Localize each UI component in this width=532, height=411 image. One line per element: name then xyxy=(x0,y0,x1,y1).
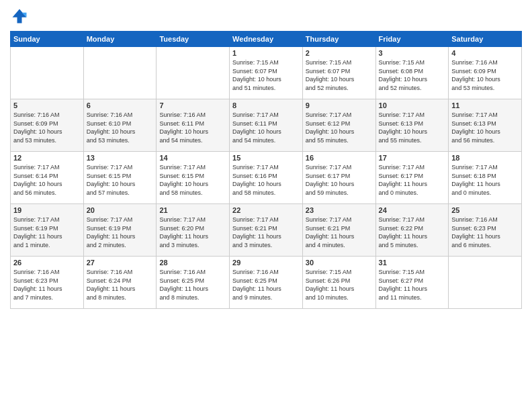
day-number: 18 xyxy=(451,154,519,162)
calendar-cell: 4Sunrise: 7:16 AM Sunset: 6:09 PM Daylig… xyxy=(449,47,522,99)
calendar-table: SundayMondayTuesdayWednesdayThursdayFrid… xyxy=(10,31,522,309)
calendar-cell: 5Sunrise: 7:16 AM Sunset: 6:09 PM Daylig… xyxy=(11,99,84,152)
calendar-cell: 31Sunrise: 7:15 AM Sunset: 6:27 PM Dayli… xyxy=(375,257,449,309)
weekday-header-friday: Friday xyxy=(375,32,449,47)
calendar-cell: 12Sunrise: 7:17 AM Sunset: 6:14 PM Dayli… xyxy=(11,152,84,204)
day-info: Sunrise: 7:17 AM Sunset: 6:17 PM Dayligh… xyxy=(306,163,373,197)
logo xyxy=(10,7,32,26)
day-info: Sunrise: 7:17 AM Sunset: 6:15 PM Dayligh… xyxy=(87,163,154,197)
day-info: Sunrise: 7:17 AM Sunset: 6:11 PM Dayligh… xyxy=(232,111,300,144)
day-number: 27 xyxy=(87,259,154,267)
day-number: 20 xyxy=(87,206,154,214)
day-number: 8 xyxy=(232,101,300,109)
calendar-cell xyxy=(11,47,84,99)
day-info: Sunrise: 7:17 AM Sunset: 6:19 PM Dayligh… xyxy=(87,216,154,249)
day-number: 13 xyxy=(87,154,154,162)
day-number: 11 xyxy=(451,101,519,109)
day-info: Sunrise: 7:17 AM Sunset: 6:14 PM Dayligh… xyxy=(13,163,81,197)
weekday-header-thursday: Thursday xyxy=(302,32,375,47)
calendar-cell: 29Sunrise: 7:16 AM Sunset: 6:25 PM Dayli… xyxy=(230,257,303,309)
day-info: Sunrise: 7:16 AM Sunset: 6:25 PM Dayligh… xyxy=(232,268,300,302)
day-number: 17 xyxy=(379,154,446,162)
day-number: 29 xyxy=(232,259,300,267)
day-number: 28 xyxy=(159,259,226,267)
day-number: 22 xyxy=(232,206,300,214)
day-number: 14 xyxy=(159,154,226,162)
day-info: Sunrise: 7:17 AM Sunset: 6:12 PM Dayligh… xyxy=(306,111,373,144)
day-info: Sunrise: 7:16 AM Sunset: 6:23 PM Dayligh… xyxy=(13,268,81,302)
day-info: Sunrise: 7:17 AM Sunset: 6:22 PM Dayligh… xyxy=(379,216,446,249)
calendar-cell: 17Sunrise: 7:17 AM Sunset: 6:17 PM Dayli… xyxy=(375,152,449,204)
day-number: 26 xyxy=(13,259,81,267)
calendar-cell xyxy=(449,257,522,309)
weekday-header-tuesday: Tuesday xyxy=(157,32,230,47)
day-info: Sunrise: 7:17 AM Sunset: 6:17 PM Dayligh… xyxy=(379,163,446,197)
day-info: Sunrise: 7:15 AM Sunset: 6:27 PM Dayligh… xyxy=(379,268,446,302)
weekday-header-saturday: Saturday xyxy=(449,32,522,47)
calendar-cell: 20Sunrise: 7:17 AM Sunset: 6:19 PM Dayli… xyxy=(83,204,157,257)
day-info: Sunrise: 7:17 AM Sunset: 6:19 PM Dayligh… xyxy=(13,216,81,249)
calendar-cell: 1Sunrise: 7:15 AM Sunset: 6:07 PM Daylig… xyxy=(230,47,303,99)
header xyxy=(10,7,522,26)
weekday-header-sunday: Sunday xyxy=(11,32,84,47)
day-number: 19 xyxy=(13,206,81,214)
day-number: 12 xyxy=(13,154,81,162)
day-info: Sunrise: 7:17 AM Sunset: 6:15 PM Dayligh… xyxy=(159,163,226,197)
day-info: Sunrise: 7:16 AM Sunset: 6:25 PM Dayligh… xyxy=(159,268,226,302)
logo-icon xyxy=(10,7,29,26)
day-info: Sunrise: 7:16 AM Sunset: 6:23 PM Dayligh… xyxy=(451,216,519,249)
day-number: 9 xyxy=(306,101,373,109)
calendar-cell: 6Sunrise: 7:16 AM Sunset: 6:10 PM Daylig… xyxy=(83,99,157,152)
day-number: 16 xyxy=(306,154,373,162)
day-info: Sunrise: 7:15 AM Sunset: 6:26 PM Dayligh… xyxy=(306,268,373,302)
week-row-4: 19Sunrise: 7:17 AM Sunset: 6:19 PM Dayli… xyxy=(11,204,522,257)
calendar-cell: 3Sunrise: 7:15 AM Sunset: 6:08 PM Daylig… xyxy=(375,47,449,99)
week-row-1: 1Sunrise: 7:15 AM Sunset: 6:07 PM Daylig… xyxy=(11,47,522,99)
calendar-cell: 9Sunrise: 7:17 AM Sunset: 6:12 PM Daylig… xyxy=(302,99,375,152)
day-info: Sunrise: 7:17 AM Sunset: 6:21 PM Dayligh… xyxy=(306,216,373,249)
day-info: Sunrise: 7:16 AM Sunset: 6:24 PM Dayligh… xyxy=(87,268,154,302)
calendar-cell: 11Sunrise: 7:17 AM Sunset: 6:13 PM Dayli… xyxy=(449,99,522,152)
day-info: Sunrise: 7:17 AM Sunset: 6:13 PM Dayligh… xyxy=(451,111,519,144)
calendar-cell: 15Sunrise: 7:17 AM Sunset: 6:16 PM Dayli… xyxy=(230,152,303,204)
day-number: 31 xyxy=(379,259,446,267)
calendar-cell: 10Sunrise: 7:17 AM Sunset: 6:13 PM Dayli… xyxy=(375,99,449,152)
week-row-3: 12Sunrise: 7:17 AM Sunset: 6:14 PM Dayli… xyxy=(11,152,522,204)
calendar-cell: 18Sunrise: 7:17 AM Sunset: 6:18 PM Dayli… xyxy=(449,152,522,204)
day-number: 15 xyxy=(232,154,300,162)
day-number: 10 xyxy=(379,101,446,109)
day-number: 23 xyxy=(306,206,373,214)
calendar-cell: 28Sunrise: 7:16 AM Sunset: 6:25 PM Dayli… xyxy=(157,257,230,309)
day-info: Sunrise: 7:16 AM Sunset: 6:10 PM Dayligh… xyxy=(87,111,154,144)
day-number: 5 xyxy=(13,101,81,109)
day-info: Sunrise: 7:17 AM Sunset: 6:21 PM Dayligh… xyxy=(232,216,300,249)
svg-marker-0 xyxy=(13,9,27,24)
day-number: 2 xyxy=(306,49,373,57)
calendar-cell: 13Sunrise: 7:17 AM Sunset: 6:15 PM Dayli… xyxy=(83,152,157,204)
day-number: 25 xyxy=(451,206,519,214)
calendar-cell: 24Sunrise: 7:17 AM Sunset: 6:22 PM Dayli… xyxy=(375,204,449,257)
calendar-cell: 16Sunrise: 7:17 AM Sunset: 6:17 PM Dayli… xyxy=(302,152,375,204)
calendar-cell: 22Sunrise: 7:17 AM Sunset: 6:21 PM Dayli… xyxy=(230,204,303,257)
day-info: Sunrise: 7:17 AM Sunset: 6:16 PM Dayligh… xyxy=(232,163,300,197)
day-info: Sunrise: 7:16 AM Sunset: 6:09 PM Dayligh… xyxy=(451,58,519,92)
day-number: 21 xyxy=(159,206,226,214)
calendar-cell: 27Sunrise: 7:16 AM Sunset: 6:24 PM Dayli… xyxy=(83,257,157,309)
calendar-cell: 23Sunrise: 7:17 AM Sunset: 6:21 PM Dayli… xyxy=(302,204,375,257)
calendar-cell: 19Sunrise: 7:17 AM Sunset: 6:19 PM Dayli… xyxy=(11,204,84,257)
week-row-5: 26Sunrise: 7:16 AM Sunset: 6:23 PM Dayli… xyxy=(11,257,522,309)
page: SundayMondayTuesdayWednesdayThursdayFrid… xyxy=(0,0,532,411)
calendar-cell: 30Sunrise: 7:15 AM Sunset: 6:26 PM Dayli… xyxy=(302,257,375,309)
day-info: Sunrise: 7:16 AM Sunset: 6:11 PM Dayligh… xyxy=(159,111,226,144)
day-number: 3 xyxy=(379,49,446,57)
day-number: 30 xyxy=(306,259,373,267)
day-info: Sunrise: 7:15 AM Sunset: 6:08 PM Dayligh… xyxy=(379,58,446,92)
week-row-2: 5Sunrise: 7:16 AM Sunset: 6:09 PM Daylig… xyxy=(11,99,522,152)
calendar-cell xyxy=(83,47,157,99)
calendar-cell: 25Sunrise: 7:16 AM Sunset: 6:23 PM Dayli… xyxy=(449,204,522,257)
day-number: 6 xyxy=(87,101,154,109)
day-info: Sunrise: 7:17 AM Sunset: 6:13 PM Dayligh… xyxy=(379,111,446,144)
calendar-cell: 14Sunrise: 7:17 AM Sunset: 6:15 PM Dayli… xyxy=(157,152,230,204)
day-number: 24 xyxy=(379,206,446,214)
weekday-header-row: SundayMondayTuesdayWednesdayThursdayFrid… xyxy=(11,32,522,47)
